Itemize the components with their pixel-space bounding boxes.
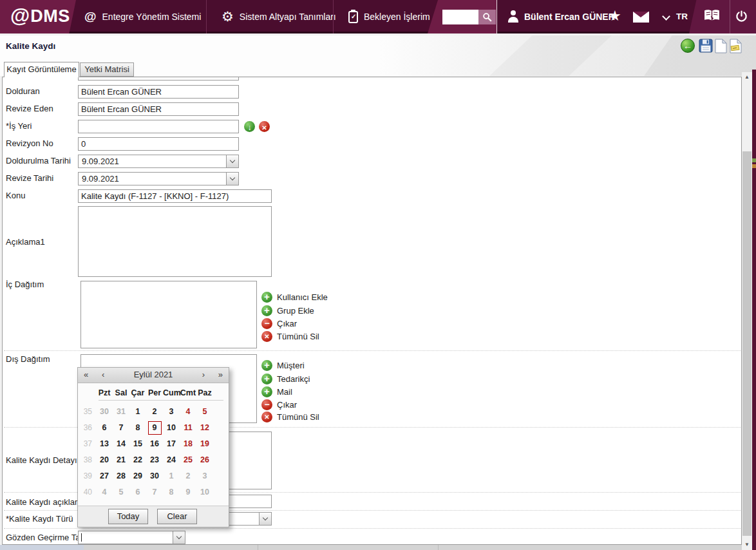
vertical-scrollbar[interactable] <box>742 72 752 550</box>
calendar-day[interactable]: 19 <box>196 439 213 448</box>
clipped-input-above[interactable] <box>78 77 239 81</box>
calendar-day[interactable]: 12 <box>196 423 213 432</box>
tab-kayit-goruntuleme[interactable]: Kayıt Görüntüleme <box>4 62 79 77</box>
is-yeri-input[interactable] <box>78 120 239 133</box>
cikar-button[interactable]: Çıkar <box>261 317 297 330</box>
calendar-day[interactable]: 6 <box>96 423 113 432</box>
calendar-day[interactable]: 25 <box>180 455 196 464</box>
calendar-day[interactable]: 21 <box>113 455 129 464</box>
ic-dagitim-listbox[interactable] <box>80 281 257 348</box>
calendar-day[interactable]: 30 <box>96 407 113 416</box>
mail-ekle-button[interactable]: Mail <box>261 385 292 398</box>
calendar-day[interactable]: 23 <box>146 455 163 464</box>
calendar-day[interactable]: 2 <box>180 471 196 480</box>
calendar-day[interactable]: 6 <box>129 488 146 497</box>
cikar-button[interactable]: Çıkar <box>261 398 297 411</box>
calendar-week-number: 36 <box>78 423 92 432</box>
revize-eden-input[interactable] <box>78 102 239 116</box>
calendar-day[interactable]: 24 <box>163 455 180 464</box>
calendar-day[interactable]: 10 <box>163 423 180 432</box>
calendar-day[interactable]: 18 <box>180 439 196 448</box>
calendar-day[interactable]: 11 <box>180 423 196 432</box>
language-selector[interactable]: TR <box>676 0 688 33</box>
logout-button[interactable] <box>735 10 748 26</box>
help-manual-button[interactable] <box>703 9 721 25</box>
doldurulma-tarihi-field[interactable]: 9.09.2021 <box>78 155 239 168</box>
tumunu-sil-button[interactable]: Tümünü Sil <box>261 410 319 423</box>
aciklama1-textarea[interactable] <box>78 206 272 277</box>
konu-input[interactable] <box>78 189 272 203</box>
calendar-day[interactable]: 7 <box>113 423 129 432</box>
calendar-day[interactable]: 7 <box>146 488 163 497</box>
grup-ekle-button[interactable]: Grup Ekle <box>261 304 314 317</box>
calendar-day[interactable]: 3 <box>196 471 213 480</box>
calendar-day[interactable]: 22 <box>129 455 146 464</box>
calendar-day[interactable]: 26 <box>196 455 213 464</box>
calendar-day[interactable]: 4 <box>180 407 196 416</box>
calendar-day[interactable]: 5 <box>196 407 213 416</box>
search-button[interactable] <box>478 10 496 24</box>
calendar-day[interactable]: 14 <box>113 439 129 448</box>
calendar-day[interactable]: 13 <box>96 439 113 448</box>
date-dropdown-button[interactable] <box>173 531 185 544</box>
app-logo[interactable]: DMS <box>10 5 70 28</box>
scrollbar-thumb[interactable] <box>742 151 751 536</box>
revizyon-no-input[interactable] <box>78 137 239 151</box>
musteri-button[interactable]: Müşteri <box>261 359 305 372</box>
tab-yetki-matrisi[interactable]: Yetki Matrisi <box>80 62 134 77</box>
calendar-day[interactable]: 1 <box>163 471 180 480</box>
back-button[interactable] <box>681 39 695 53</box>
kullanici-ekle-button[interactable]: Kullanıcı Ekle <box>261 290 328 303</box>
clear-workplace-icon[interactable] <box>259 121 270 132</box>
select-workplace-icon[interactable] <box>244 121 255 132</box>
calendar-day[interactable]: 8 <box>163 488 180 497</box>
gozden-gecirme-tarihi-field[interactable] <box>78 531 185 544</box>
calendar-day[interactable]: 10 <box>196 488 213 497</box>
clear-button[interactable]: Clear <box>157 509 197 524</box>
day-header: Sal <box>113 388 129 397</box>
calendar-day-selected[interactable]: 9 <box>146 423 163 432</box>
calendar-day[interactable]: 9 <box>180 488 196 497</box>
chevron-down-icon[interactable] <box>662 12 670 21</box>
calendar-day[interactable]: 2 <box>146 407 163 416</box>
calendar-day[interactable]: 28 <box>113 471 129 480</box>
edit-document-button[interactable] <box>730 39 742 56</box>
calendar-day[interactable]: 20 <box>96 455 113 464</box>
revize-tarihi-field[interactable]: 9.09.2021 <box>78 172 239 185</box>
calendar-day[interactable]: 30 <box>146 471 163 480</box>
next-month-button[interactable]: › <box>202 370 205 379</box>
calendar-day[interactable]: 4 <box>96 488 113 497</box>
menu-bekleyen-islerim[interactable]: Bekleyen İşlerim <box>348 0 430 33</box>
menu-entegre-yonetim-sistemi[interactable]: Entegre Yönetim Sistemi <box>84 0 201 33</box>
mail-icon[interactable] <box>633 12 649 23</box>
calendar-day[interactable]: 3 <box>163 407 180 416</box>
menu-sistem-altyapi-tanimlari[interactable]: Sistem Altyapı Tanımları <box>222 0 336 33</box>
select-dropdown-button[interactable] <box>259 513 271 525</box>
global-search-input[interactable] <box>442 10 478 24</box>
date-dropdown-button[interactable] <box>226 173 238 185</box>
current-user-name[interactable]: Bülent Ercan GÜNER <box>524 0 615 33</box>
field-label: Gözden Geçirme Tarihi <box>6 533 79 542</box>
calendar-day[interactable]: 5 <box>113 488 129 497</box>
calendar-day[interactable]: 31 <box>113 407 129 416</box>
tumunu-sil-button[interactable]: Tümünü Sil <box>261 330 319 343</box>
calendar-day[interactable]: 1 <box>129 407 146 416</box>
favorites-button[interactable] <box>609 8 621 24</box>
calendar-day[interactable]: 29 <box>129 471 146 480</box>
save-button[interactable] <box>699 39 713 55</box>
scroll-up-arrow[interactable] <box>742 73 752 82</box>
date-dropdown-button[interactable] <box>226 155 238 167</box>
calendar-day[interactable]: 15 <box>129 439 146 448</box>
calendar-day[interactable]: 16 <box>146 439 163 448</box>
today-button[interactable]: Today <box>108 509 148 524</box>
scroll-down-arrow[interactable] <box>742 540 752 549</box>
new-document-button[interactable] <box>715 39 727 56</box>
calendar-day[interactable]: 17 <box>163 439 180 448</box>
calendar-day[interactable]: 27 <box>96 471 113 480</box>
app-logo-text: DMS <box>30 6 70 26</box>
next-year-button[interactable]: » <box>218 370 223 379</box>
add-icon <box>261 292 272 303</box>
calendar-day[interactable]: 8 <box>129 423 146 432</box>
dolduran-input[interactable] <box>78 85 239 99</box>
tedarikci-button[interactable]: Tedarikçi <box>261 372 310 385</box>
